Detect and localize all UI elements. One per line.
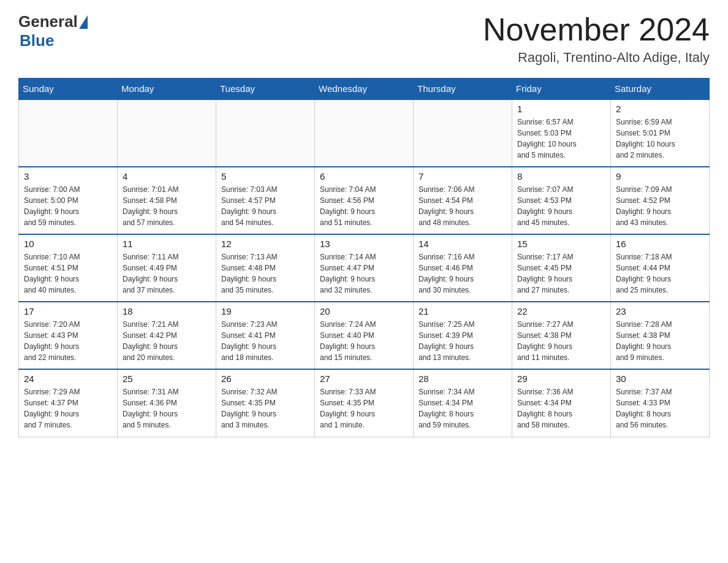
day-number: 4 bbox=[123, 171, 211, 182]
day-info: Sunrise: 7:25 AM Sunset: 4:39 PM Dayligh… bbox=[419, 319, 507, 363]
day-number: 17 bbox=[24, 306, 112, 316]
day-info: Sunrise: 7:01 AM Sunset: 4:58 PM Dayligh… bbox=[123, 184, 211, 228]
calendar-cell: 12Sunrise: 7:13 AM Sunset: 4:48 PM Dayli… bbox=[216, 234, 315, 302]
logo: General Blue bbox=[18, 12, 88, 50]
calendar-cell: 7Sunrise: 7:06 AM Sunset: 4:54 PM Daylig… bbox=[414, 167, 512, 234]
day-info: Sunrise: 7:29 AM Sunset: 4:37 PM Dayligh… bbox=[24, 386, 112, 431]
calendar-cell: 16Sunrise: 7:18 AM Sunset: 4:44 PM Dayli… bbox=[611, 234, 710, 302]
calendar-cell: 4Sunrise: 7:01 AM Sunset: 4:58 PM Daylig… bbox=[118, 167, 216, 234]
day-info: Sunrise: 7:33 AM Sunset: 4:35 PM Dayligh… bbox=[320, 386, 408, 431]
calendar-cell: 22Sunrise: 7:27 AM Sunset: 4:38 PM Dayli… bbox=[512, 302, 611, 369]
calendar-cell: 9Sunrise: 7:09 AM Sunset: 4:52 PM Daylig… bbox=[611, 167, 710, 234]
title-block: November 2024 Ragoli, Trentino-Alto Adig… bbox=[483, 12, 710, 66]
day-number: 2 bbox=[616, 104, 704, 114]
day-number: 19 bbox=[221, 306, 309, 316]
day-number: 13 bbox=[320, 239, 408, 249]
calendar-cell: 17Sunrise: 7:20 AM Sunset: 4:43 PM Dayli… bbox=[19, 302, 118, 369]
calendar-cell: 10Sunrise: 7:10 AM Sunset: 4:51 PM Dayli… bbox=[19, 234, 118, 302]
day-info: Sunrise: 7:21 AM Sunset: 4:42 PM Dayligh… bbox=[123, 319, 211, 363]
header-friday: Friday bbox=[512, 79, 611, 100]
calendar-cell: 3Sunrise: 7:00 AM Sunset: 5:00 PM Daylig… bbox=[19, 167, 118, 234]
day-number: 10 bbox=[24, 239, 112, 249]
day-number: 14 bbox=[419, 239, 507, 249]
day-number: 24 bbox=[24, 373, 112, 384]
calendar-cell: 15Sunrise: 7:17 AM Sunset: 4:45 PM Dayli… bbox=[512, 234, 611, 302]
day-number: 27 bbox=[320, 373, 408, 384]
day-info: Sunrise: 7:11 AM Sunset: 4:49 PM Dayligh… bbox=[123, 251, 211, 296]
calendar-cell: 14Sunrise: 7:16 AM Sunset: 4:46 PM Dayli… bbox=[414, 234, 512, 302]
day-info: Sunrise: 7:13 AM Sunset: 4:48 PM Dayligh… bbox=[221, 251, 309, 296]
day-info: Sunrise: 7:16 AM Sunset: 4:46 PM Dayligh… bbox=[419, 251, 507, 296]
header-monday: Monday bbox=[118, 79, 216, 100]
calendar-cell: 2Sunrise: 6:59 AM Sunset: 5:01 PM Daylig… bbox=[611, 99, 710, 167]
calendar-cell: 6Sunrise: 7:04 AM Sunset: 4:56 PM Daylig… bbox=[315, 167, 414, 234]
calendar-cell bbox=[118, 99, 216, 167]
header-wednesday: Wednesday bbox=[315, 79, 414, 100]
day-info: Sunrise: 7:27 AM Sunset: 4:38 PM Dayligh… bbox=[517, 319, 605, 363]
day-number: 11 bbox=[123, 239, 211, 249]
calendar-cell: 28Sunrise: 7:34 AM Sunset: 4:34 PM Dayli… bbox=[414, 369, 512, 437]
day-info: Sunrise: 7:34 AM Sunset: 4:34 PM Dayligh… bbox=[419, 386, 507, 431]
calendar-cell: 25Sunrise: 7:31 AM Sunset: 4:36 PM Dayli… bbox=[118, 369, 216, 437]
logo-blue-text: Blue bbox=[20, 31, 54, 50]
calendar-cell bbox=[315, 99, 414, 167]
day-info: Sunrise: 7:06 AM Sunset: 4:54 PM Dayligh… bbox=[419, 184, 507, 228]
day-number: 25 bbox=[123, 373, 211, 384]
day-info: Sunrise: 7:17 AM Sunset: 4:45 PM Dayligh… bbox=[517, 251, 605, 296]
day-number: 15 bbox=[517, 239, 605, 249]
day-info: Sunrise: 7:00 AM Sunset: 5:00 PM Dayligh… bbox=[24, 184, 112, 228]
calendar-cell: 19Sunrise: 7:23 AM Sunset: 4:41 PM Dayli… bbox=[216, 302, 315, 369]
calendar-cell: 27Sunrise: 7:33 AM Sunset: 4:35 PM Dayli… bbox=[315, 369, 414, 437]
day-number: 1 bbox=[517, 104, 605, 114]
logo-general-text: General bbox=[18, 12, 78, 31]
day-info: Sunrise: 7:37 AM Sunset: 4:33 PM Dayligh… bbox=[616, 386, 704, 431]
header-tuesday: Tuesday bbox=[216, 79, 315, 100]
calendar-cell: 5Sunrise: 7:03 AM Sunset: 4:57 PM Daylig… bbox=[216, 167, 315, 234]
day-number: 5 bbox=[221, 171, 309, 182]
calendar-week-row: 1Sunrise: 6:57 AM Sunset: 5:03 PM Daylig… bbox=[19, 99, 710, 167]
calendar-week-row: 10Sunrise: 7:10 AM Sunset: 4:51 PM Dayli… bbox=[19, 234, 710, 302]
page-header: General Blue November 2024 Ragoli, Trent… bbox=[18, 12, 710, 66]
calendar-table: SundayMondayTuesdayWednesdayThursdayFrid… bbox=[18, 78, 710, 437]
day-number: 18 bbox=[123, 306, 211, 316]
calendar-cell: 30Sunrise: 7:37 AM Sunset: 4:33 PM Dayli… bbox=[611, 369, 710, 437]
day-number: 12 bbox=[221, 239, 309, 249]
day-info: Sunrise: 7:23 AM Sunset: 4:41 PM Dayligh… bbox=[221, 319, 309, 363]
day-number: 21 bbox=[419, 306, 507, 316]
day-info: Sunrise: 7:18 AM Sunset: 4:44 PM Dayligh… bbox=[616, 251, 704, 296]
day-info: Sunrise: 7:36 AM Sunset: 4:34 PM Dayligh… bbox=[517, 386, 605, 431]
day-info: Sunrise: 6:59 AM Sunset: 5:01 PM Dayligh… bbox=[616, 117, 704, 161]
day-number: 28 bbox=[419, 373, 507, 384]
logo-triangle-icon bbox=[79, 15, 88, 29]
month-title: November 2024 bbox=[483, 12, 710, 47]
day-info: Sunrise: 7:24 AM Sunset: 4:40 PM Dayligh… bbox=[320, 319, 408, 363]
location-title: Ragoli, Trentino-Alto Adige, Italy bbox=[483, 50, 710, 66]
calendar-cell bbox=[216, 99, 315, 167]
day-info: Sunrise: 7:14 AM Sunset: 4:47 PM Dayligh… bbox=[320, 251, 408, 296]
day-info: Sunrise: 7:32 AM Sunset: 4:35 PM Dayligh… bbox=[221, 386, 309, 431]
day-info: Sunrise: 7:04 AM Sunset: 4:56 PM Dayligh… bbox=[320, 184, 408, 228]
day-number: 6 bbox=[320, 171, 408, 182]
day-info: Sunrise: 7:20 AM Sunset: 4:43 PM Dayligh… bbox=[24, 319, 112, 363]
day-number: 20 bbox=[320, 306, 408, 316]
day-number: 26 bbox=[221, 373, 309, 384]
day-number: 29 bbox=[517, 373, 605, 384]
day-info: Sunrise: 7:28 AM Sunset: 4:38 PM Dayligh… bbox=[616, 319, 704, 363]
calendar-week-row: 17Sunrise: 7:20 AM Sunset: 4:43 PM Dayli… bbox=[19, 302, 710, 369]
day-info: Sunrise: 7:09 AM Sunset: 4:52 PM Dayligh… bbox=[616, 184, 704, 228]
calendar-week-row: 3Sunrise: 7:00 AM Sunset: 5:00 PM Daylig… bbox=[19, 167, 710, 234]
day-info: Sunrise: 7:31 AM Sunset: 4:36 PM Dayligh… bbox=[123, 386, 211, 431]
calendar-cell: 23Sunrise: 7:28 AM Sunset: 4:38 PM Dayli… bbox=[611, 302, 710, 369]
calendar-cell: 20Sunrise: 7:24 AM Sunset: 4:40 PM Dayli… bbox=[315, 302, 414, 369]
calendar-cell: 11Sunrise: 7:11 AM Sunset: 4:49 PM Dayli… bbox=[118, 234, 216, 302]
calendar-cell: 24Sunrise: 7:29 AM Sunset: 4:37 PM Dayli… bbox=[19, 369, 118, 437]
calendar-cell: 21Sunrise: 7:25 AM Sunset: 4:39 PM Dayli… bbox=[414, 302, 512, 369]
day-number: 3 bbox=[24, 171, 112, 182]
calendar-cell bbox=[414, 99, 512, 167]
day-number: 22 bbox=[517, 306, 605, 316]
calendar-cell: 29Sunrise: 7:36 AM Sunset: 4:34 PM Dayli… bbox=[512, 369, 611, 437]
header-thursday: Thursday bbox=[414, 79, 512, 100]
header-sunday: Sunday bbox=[19, 79, 118, 100]
day-number: 7 bbox=[419, 171, 507, 182]
day-info: Sunrise: 7:10 AM Sunset: 4:51 PM Dayligh… bbox=[24, 251, 112, 296]
